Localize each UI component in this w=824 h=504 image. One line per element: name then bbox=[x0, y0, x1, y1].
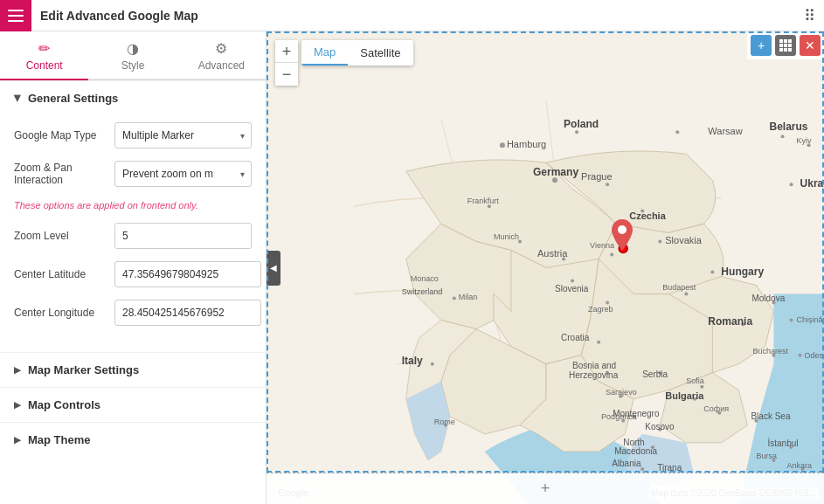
center-lat-row: Center Latitude bbox=[14, 261, 252, 287]
bottom-add-btn[interactable]: + bbox=[541, 480, 550, 498]
map-grid-btn[interactable] bbox=[775, 35, 796, 56]
tabs: ✏ Content ◑ Style ⚙ Advanced bbox=[0, 31, 266, 80]
map-controls-header[interactable]: ▶ Map Controls bbox=[0, 387, 266, 422]
svg-rect-5 bbox=[788, 39, 792, 43]
tab-advanced[interactable]: ⚙ Advanced bbox=[177, 31, 266, 80]
tab-style[interactable]: ◑ Style bbox=[88, 31, 177, 80]
zoom-in-btn[interactable]: + bbox=[275, 40, 298, 63]
svg-text:Sarajevo: Sarajevo bbox=[606, 388, 637, 397]
svg-text:Ukraine: Ukraine bbox=[800, 177, 824, 190]
map-toolbar: + ✕ bbox=[747, 31, 824, 59]
general-settings-header[interactable]: ▶ General Settings bbox=[0, 80, 266, 115]
center-lng-input[interactable] bbox=[114, 300, 261, 326]
general-settings-label: General Settings bbox=[28, 92, 118, 105]
center-lng-label: Center Longitude bbox=[14, 307, 114, 319]
svg-text:Podgorica: Podgorica bbox=[601, 412, 637, 421]
svg-text:Monaco: Monaco bbox=[411, 274, 439, 283]
svg-point-25 bbox=[658, 239, 661, 243]
center-lat-input[interactable] bbox=[114, 261, 261, 287]
zoom-pan-select-wrapper: Prevent zoom on m Allow zoom Disable pan… bbox=[114, 161, 252, 187]
svg-text:Bursa: Bursa bbox=[756, 452, 777, 460]
controls-arrow-icon: ▶ bbox=[14, 400, 21, 410]
svg-text:Prague: Prague bbox=[581, 171, 613, 182]
svg-rect-8 bbox=[788, 44, 792, 47]
header: Edit Advanced Google Map ⠿ bbox=[0, 0, 824, 31]
tab-style-label: Style bbox=[121, 59, 145, 72]
menu-icon[interactable] bbox=[0, 0, 31, 31]
svg-text:Croatia: Croatia bbox=[561, 333, 590, 342]
map-theme-label: Map Theme bbox=[28, 433, 91, 446]
svg-text:Ankara: Ankara bbox=[787, 461, 813, 470]
svg-point-66 bbox=[700, 385, 703, 389]
map-marker-label: Map Marker Settings bbox=[28, 363, 139, 376]
svg-point-105 bbox=[618, 225, 627, 234]
zoom-level-spinner: ▲ ▼ bbox=[114, 223, 252, 249]
center-lat-label: Center Latitude bbox=[14, 268, 114, 280]
map-add-btn[interactable]: + bbox=[751, 35, 772, 56]
tab-advanced-label: Advanced bbox=[198, 59, 245, 72]
tab-content-label: Content bbox=[26, 59, 63, 72]
map-collapse-btn[interactable]: ◀ bbox=[267, 251, 280, 286]
map-type-map-btn[interactable]: Map bbox=[301, 40, 348, 66]
svg-text:Italy: Italy bbox=[402, 355, 423, 367]
svg-rect-7 bbox=[784, 44, 787, 47]
map-theme-header[interactable]: ▶ Map Theme bbox=[0, 422, 266, 457]
svg-text:Albania: Albania bbox=[612, 459, 641, 468]
zoom-pan-row: Zoom & Pan Interaction Prevent zoom on m… bbox=[14, 161, 252, 187]
zoom-out-btn[interactable]: − bbox=[275, 63, 298, 86]
zoom-controls: + − bbox=[275, 40, 298, 86]
general-settings-content: Google Map Type Multiple Marker Single M… bbox=[0, 115, 266, 352]
svg-text:Rome: Rome bbox=[434, 418, 455, 426]
svg-point-41 bbox=[571, 280, 574, 283]
svg-text:Kyiv: Kyiv bbox=[797, 136, 813, 145]
map-background: Hamburg Germany Frankfurt Munich Prague … bbox=[267, 31, 824, 504]
zoom-level-input[interactable] bbox=[115, 224, 252, 248]
svg-point-100 bbox=[453, 297, 456, 300]
svg-point-31 bbox=[780, 135, 784, 138]
map-type-select[interactable]: Multiple Marker Single Marker Route Map bbox=[114, 122, 252, 148]
map-marker bbox=[612, 219, 633, 253]
svg-text:Serbia: Serbia bbox=[642, 369, 668, 379]
svg-text:Slovakia: Slovakia bbox=[665, 235, 703, 245]
tab-content[interactable]: ✏ Content bbox=[0, 31, 88, 80]
svg-point-13 bbox=[500, 142, 505, 148]
svg-text:Milan: Milan bbox=[459, 293, 478, 301]
zoom-pan-label: Zoom & Pan Interaction bbox=[14, 162, 114, 186]
svg-text:Hamburg: Hamburg bbox=[507, 139, 546, 149]
map-close-btn[interactable]: ✕ bbox=[800, 35, 821, 56]
map-type-row: Google Map Type Multiple Marker Single M… bbox=[14, 122, 252, 148]
svg-rect-6 bbox=[779, 44, 783, 47]
svg-rect-3 bbox=[779, 39, 783, 43]
advanced-icon: ⚙ bbox=[215, 40, 227, 57]
bottom-add-bar: + bbox=[267, 473, 824, 504]
svg-text:Herzegovina: Herzegovina bbox=[569, 370, 619, 380]
center-lng-row: Center Longitude bbox=[14, 300, 252, 326]
map-marker-header[interactable]: ▶ Map Marker Settings bbox=[0, 352, 266, 387]
svg-text:София: София bbox=[703, 404, 729, 413]
svg-text:Czechia: Czechia bbox=[629, 211, 667, 221]
map-type-label: Google Map Type bbox=[14, 129, 114, 142]
svg-point-53 bbox=[790, 319, 793, 322]
svg-text:Hungary: Hungary bbox=[721, 266, 764, 278]
svg-text:Switzerland: Switzerland bbox=[402, 287, 443, 296]
map-type-satellite-btn[interactable]: Satellite bbox=[348, 40, 412, 66]
svg-text:Poland: Poland bbox=[564, 118, 599, 130]
svg-text:Warsaw: Warsaw bbox=[708, 126, 742, 136]
page-title: Edit Advanced Google Map bbox=[40, 9, 804, 23]
svg-text:Romania: Romania bbox=[708, 315, 752, 328]
svg-text:Bucharest: Bucharest bbox=[752, 347, 788, 356]
svg-point-21 bbox=[606, 183, 609, 186]
svg-point-93 bbox=[431, 362, 434, 366]
svg-point-55 bbox=[799, 354, 802, 357]
style-icon: ◑ bbox=[127, 40, 139, 57]
svg-rect-1 bbox=[8, 15, 24, 17]
svg-point-57 bbox=[597, 341, 600, 344]
svg-point-33 bbox=[790, 183, 793, 186]
map-area: + ✕ ◀ Map Satellite + − bbox=[267, 31, 824, 504]
svg-point-27 bbox=[575, 130, 578, 134]
zoom-pan-select[interactable]: Prevent zoom on m Allow zoom Disable pan bbox=[114, 161, 252, 187]
svg-text:Tirana: Tirana bbox=[657, 463, 682, 473]
grid-icon[interactable]: ⠿ bbox=[804, 6, 815, 25]
theme-arrow-icon: ▶ bbox=[14, 435, 21, 445]
svg-text:Slovenia: Slovenia bbox=[555, 284, 589, 293]
